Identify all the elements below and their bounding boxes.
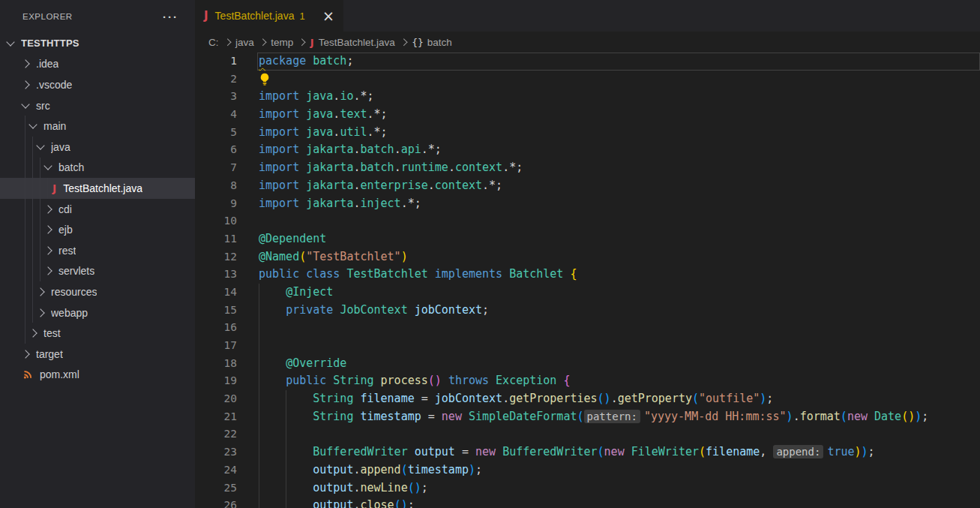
- line-content[interactable]: String timestamp = new SimpleDateFormat(…: [257, 408, 980, 426]
- chevron-right-icon[interactable]: [36, 308, 44, 317]
- line-number[interactable]: 1: [195, 53, 237, 71]
- line-number[interactable]: 23: [195, 443, 237, 461]
- code-line-9[interactable]: 9import jakarta.inject.*;: [195, 195, 980, 213]
- line-content[interactable]: [257, 212, 980, 230]
- breadcrumb-item-batch[interactable]: {}batch: [412, 37, 452, 48]
- line-number[interactable]: 18: [195, 355, 237, 373]
- line-content[interactable]: output.newLine();: [257, 479, 980, 497]
- line-content[interactable]: package batch;: [257, 53, 980, 71]
- line-number[interactable]: 13: [195, 266, 237, 284]
- tree-item-target[interactable]: target: [0, 344, 195, 365]
- chevron-right-icon[interactable]: [36, 287, 44, 296]
- line-content[interactable]: import jakarta.batch.runtime.context.*;: [257, 159, 980, 177]
- line-content[interactable]: @Named("TestBatchlet"): [257, 248, 980, 266]
- line-content[interactable]: output.close();: [257, 497, 980, 508]
- line-content[interactable]: public String process() throws Exception…: [257, 372, 980, 390]
- code-line-20[interactable]: 20 String filename = jobContext.getPrope…: [195, 390, 980, 408]
- tree-item-vscode[interactable]: .vscode: [0, 74, 195, 95]
- tree-item-batch[interactable]: batch: [0, 158, 195, 179]
- line-number[interactable]: 5: [195, 124, 237, 142]
- breadcrumb-item-c[interactable]: C:: [208, 37, 219, 48]
- code-line-7[interactable]: 7import jakarta.batch.runtime.context.*;: [195, 159, 980, 177]
- line-number[interactable]: 17: [195, 337, 237, 355]
- code-line-19[interactable]: 19 public String process() throws Except…: [195, 372, 980, 390]
- code-line-13[interactable]: 13public class TestBatchlet implements B…: [195, 266, 980, 284]
- line-content[interactable]: BufferedWriter output = new BufferedWrit…: [257, 443, 980, 461]
- chevron-right-icon[interactable]: [28, 329, 37, 337]
- chevron-right-icon[interactable]: [43, 225, 52, 233]
- line-content[interactable]: import jakarta.inject.*;: [257, 195, 980, 213]
- chevron-down-icon[interactable]: [28, 121, 37, 129]
- close-icon[interactable]: ×: [322, 9, 334, 23]
- code-line-15[interactable]: 15 private JobContext jobContext;: [195, 302, 980, 320]
- code-line-24[interactable]: 24 output.append(timestamp);: [195, 461, 980, 479]
- line-number[interactable]: 6: [195, 141, 237, 159]
- tree-item-java[interactable]: java: [0, 137, 195, 158]
- code-line-4[interactable]: 4import java.text.*;: [195, 106, 980, 124]
- code-line-23[interactable]: 23 BufferedWriter output = new BufferedW…: [195, 443, 980, 461]
- tree-item-testbatchlet-java[interactable]: JTestBatchlet.java: [0, 178, 195, 199]
- tree-item-rest[interactable]: rest: [0, 240, 195, 261]
- explorer-more-actions-icon[interactable]: ···: [163, 11, 178, 23]
- line-number[interactable]: 14: [195, 284, 237, 302]
- tree-item-resources[interactable]: resources: [0, 281, 195, 302]
- chevron-right-icon[interactable]: [21, 350, 29, 358]
- line-content[interactable]: [257, 425, 980, 443]
- code-line-6[interactable]: 6import jakarta.batch.api.*;: [195, 141, 980, 159]
- breadcrumb-item-testbatchlet-java[interactable]: JTestBatchlet.java: [310, 37, 395, 48]
- line-number[interactable]: 16: [195, 319, 237, 337]
- chevron-down-icon[interactable]: [36, 141, 44, 149]
- line-number[interactable]: 25: [195, 479, 237, 497]
- tree-item-pom-xml[interactable]: pom.xml: [0, 365, 195, 386]
- code-line-11[interactable]: 11@Dependent: [195, 230, 980, 248]
- code-line-21[interactable]: 21 String timestamp = new SimpleDateForm…: [195, 408, 980, 426]
- code-line-1[interactable]: 1package batch;: [195, 53, 980, 71]
- tree-item-src[interactable]: src: [0, 95, 195, 116]
- code-line-22[interactable]: 22: [195, 425, 980, 443]
- code-line-25[interactable]: 25 output.newLine();: [195, 479, 980, 497]
- tree-item-main[interactable]: main: [0, 116, 195, 137]
- chevron-right-icon[interactable]: [43, 267, 52, 275]
- line-content[interactable]: import java.io.*;: [257, 88, 980, 106]
- code-line-10[interactable]: 10: [195, 212, 980, 230]
- tree-item-ejb[interactable]: ejb: [0, 219, 195, 240]
- code-area[interactable]: 1package batch;23import java.io.*;4impor…: [195, 53, 980, 508]
- line-number[interactable]: 3: [195, 88, 237, 106]
- line-content[interactable]: public class TestBatchlet implements Bat…: [257, 266, 980, 284]
- line-number[interactable]: 8: [195, 177, 237, 195]
- line-number[interactable]: 20: [195, 390, 237, 408]
- code-line-16[interactable]: 16: [195, 319, 980, 337]
- chevron-down-icon[interactable]: [6, 38, 14, 46]
- line-number[interactable]: 7: [195, 159, 237, 177]
- chevron-right-icon[interactable]: [43, 205, 52, 213]
- tab-bar[interactable]: J TestBatchlet.java 1 ×: [195, 0, 980, 32]
- code-line-17[interactable]: 17: [195, 337, 980, 355]
- code-line-2[interactable]: 2: [195, 71, 980, 89]
- chevron-right-icon[interactable]: [21, 80, 29, 89]
- code-line-14[interactable]: 14 @Inject: [195, 284, 980, 302]
- line-number[interactable]: 21: [195, 408, 237, 426]
- chevron-right-icon[interactable]: [43, 246, 52, 254]
- line-number[interactable]: 10: [195, 212, 237, 230]
- line-content[interactable]: import jakarta.batch.api.*;: [257, 141, 980, 159]
- line-number[interactable]: 19: [195, 372, 237, 390]
- line-number[interactable]: 24: [195, 461, 237, 479]
- line-content[interactable]: private JobContext jobContext;: [257, 302, 980, 320]
- tab-testbatchlet[interactable]: J TestBatchlet.java 1 ×: [195, 0, 343, 32]
- chevron-down-icon[interactable]: [21, 100, 29, 108]
- line-content[interactable]: [257, 71, 980, 89]
- tree-item-test[interactable]: test: [0, 323, 195, 344]
- line-number[interactable]: 26: [195, 497, 237, 508]
- code-line-18[interactable]: 18 @Override: [195, 355, 980, 373]
- code-line-5[interactable]: 5import java.util.*;: [195, 124, 980, 142]
- line-content[interactable]: import jakarta.enterprise.context.*;: [257, 177, 980, 195]
- line-content[interactable]: @Override: [257, 355, 980, 373]
- line-content[interactable]: [257, 337, 980, 355]
- lightbulb-icon[interactable]: [259, 73, 270, 86]
- line-number[interactable]: 11: [195, 230, 237, 248]
- line-number[interactable]: 4: [195, 106, 237, 124]
- line-content[interactable]: output.append(timestamp);: [257, 461, 980, 479]
- code-line-3[interactable]: 3import java.io.*;: [195, 88, 980, 106]
- breadcrumb-item-temp[interactable]: temp: [271, 37, 293, 48]
- chevron-right-icon[interactable]: [21, 60, 29, 68]
